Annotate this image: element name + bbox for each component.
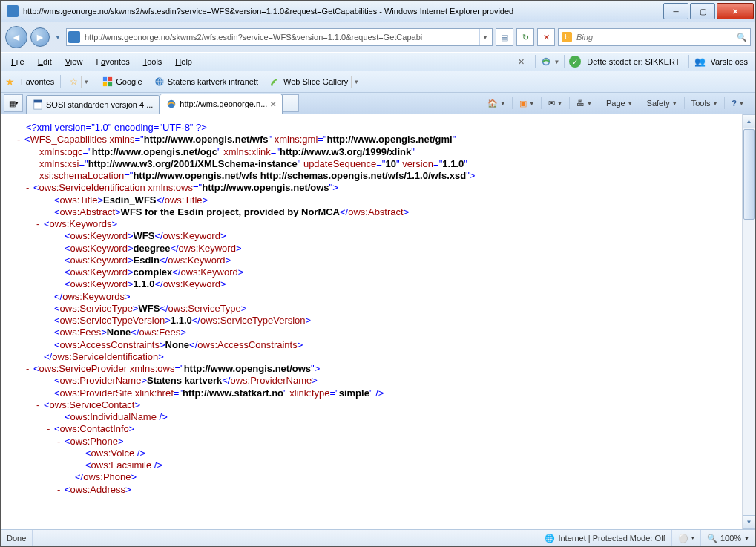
page-menu[interactable]: Page▼ (602, 97, 637, 109)
protected-mode-toggle[interactable]: ⚪▾ (672, 530, 701, 546)
print-button[interactable]: 🖶▼ (573, 97, 596, 109)
back-button[interactable]: ◄ (5, 26, 27, 48)
safety-menu[interactable]: Safety▼ (643, 97, 681, 109)
feeds-button[interactable]: ▣▼ (516, 97, 538, 110)
xml-pi: <?xml version="1.0" encoding="UTF-8" ?> (26, 122, 207, 133)
svg-rect-4 (108, 82, 112, 86)
notify-icon[interactable]: 👥 (694, 56, 706, 68)
scroll-down-button[interactable]: ▼ (743, 515, 755, 529)
svg-rect-2 (108, 77, 112, 81)
svg-rect-3 (103, 82, 107, 86)
window-title: http://wms.geonorge.no/skwms2/wfs.esdin?… (23, 7, 662, 16)
menu-tools[interactable]: Tools (137, 56, 168, 68)
nav-bar: ◄ ► ▼ ▼ ▤ ↻ ✕ b 🔍 (1, 22, 755, 52)
close-button[interactable]: ✕ (717, 3, 754, 19)
menu-edit[interactable]: Edit (32, 56, 58, 68)
security-label: Dette stedet er: SIKKERT (582, 57, 684, 66)
close-toolbar[interactable]: ✕ (512, 56, 530, 68)
svg-point-6 (271, 84, 273, 86)
favlink-webslice[interactable]: Web Slice Gallery▼ (267, 74, 364, 89)
title-bar: http://wms.geonorge.no/skwms2/wfs.esdin?… (1, 1, 755, 22)
zoom-icon: 🔍 (707, 534, 717, 543)
help-button[interactable]: ?▼ (728, 97, 748, 109)
address-input[interactable] (83, 32, 476, 42)
favorites-bar: ★ Favorites ☆▼ Google Statens kartverk i… (1, 71, 755, 93)
quick-tabs-button[interactable]: ▦▾ (4, 94, 23, 112)
home-icon: 🏠 (487, 99, 498, 108)
search-bar[interactable]: b 🔍 (558, 28, 751, 46)
menu-bar: File Edit View Favorites Tools Help ✕ ▼ … (1, 52, 755, 71)
new-tab-button[interactable] (283, 94, 299, 112)
favorites-label[interactable]: Favorites (21, 77, 54, 86)
safe-icon: ✓ (569, 56, 581, 68)
mail-button[interactable]: ✉▼ (545, 97, 566, 110)
vertical-scrollbar[interactable]: ▲ ▼ (742, 114, 755, 529)
page-favicon (7, 5, 19, 17)
menu-file[interactable]: File (5, 56, 30, 68)
favlink-google[interactable]: Google (99, 75, 145, 88)
minimize-button[interactable]: ─ (663, 3, 688, 19)
menu-help[interactable]: Help (169, 56, 198, 68)
stop-button[interactable]: ✕ (537, 28, 555, 46)
maximize-button[interactable]: ▢ (690, 3, 715, 19)
refresh-button[interactable]: ↻ (516, 28, 534, 46)
word-doc-icon (33, 99, 43, 110)
help-icon: ? (732, 99, 737, 108)
svg-rect-8 (34, 100, 42, 103)
search-go-button[interactable]: 🔍 (737, 33, 747, 42)
scroll-thumb[interactable] (743, 129, 755, 220)
command-bar: 🏠▼ ▣▼ ✉▼ 🖶▼ Page▼ Safety▼ Tools▼ ?▼ (484, 94, 752, 112)
zone-indicator[interactable]: 🌐Internet | Protected Mode: Off (539, 530, 672, 546)
menu-view[interactable]: View (59, 56, 89, 68)
forward-button[interactable]: ► (30, 27, 50, 47)
favbar-add-dropdown[interactable]: ☆▼ (67, 74, 93, 89)
scroll-up-button[interactable]: ▲ (743, 114, 755, 128)
rss-icon: ▣ (519, 99, 527, 108)
address-history-dropdown[interactable]: ▼ (479, 29, 490, 45)
search-input[interactable] (575, 32, 734, 42)
content-area: <?xml version="1.0" encoding="UTF-8" ?> … (1, 114, 755, 529)
notify-label[interactable]: Varsle oss (707, 57, 751, 66)
xml-document: <?xml version="1.0" encoding="UTF-8" ?> … (1, 114, 742, 529)
site-icon (68, 31, 80, 43)
status-bar: Done 🌐Internet | Protected Mode: Off ⚪▾ … (1, 529, 755, 546)
ie-icon (166, 99, 177, 109)
tab-sosi[interactable]: SOSI standarden versjon 4 ... (26, 95, 160, 114)
compat-view-button[interactable]: ▤ (496, 28, 513, 46)
home-button[interactable]: 🏠▼ (484, 97, 509, 110)
ie-window: http://wms.geonorge.no/skwms2/wfs.esdin?… (0, 0, 756, 547)
favorites-star-icon[interactable]: ★ (5, 76, 15, 88)
nav-history-dropdown[interactable]: ▼ (53, 27, 63, 48)
wot-icon[interactable] (540, 56, 552, 68)
internet-zone-icon: 🌐 (545, 534, 555, 543)
favlink-statkart[interactable]: Statens kartverk intranett (151, 75, 261, 88)
wot-dropdown[interactable]: ▼ (553, 59, 559, 65)
tab-geonorge[interactable]: http://wms.geonorge.n... ✕ (160, 94, 283, 114)
mail-icon: ✉ (548, 99, 555, 108)
address-bar[interactable]: ▼ (66, 28, 493, 46)
print-icon: 🖶 (576, 99, 585, 108)
status-text: Done (1, 530, 33, 546)
bing-icon: b (562, 32, 572, 42)
menu-favorites[interactable]: Favorites (90, 56, 135, 68)
zoom-control[interactable]: 🔍100% ▼ (701, 530, 755, 546)
tab-bar: ▦▾ SOSI standarden versjon 4 ... http://… (1, 93, 755, 114)
tab-close-icon[interactable]: ✕ (270, 100, 276, 108)
tools-menu[interactable]: Tools▼ (688, 97, 722, 109)
svg-rect-1 (103, 77, 107, 81)
